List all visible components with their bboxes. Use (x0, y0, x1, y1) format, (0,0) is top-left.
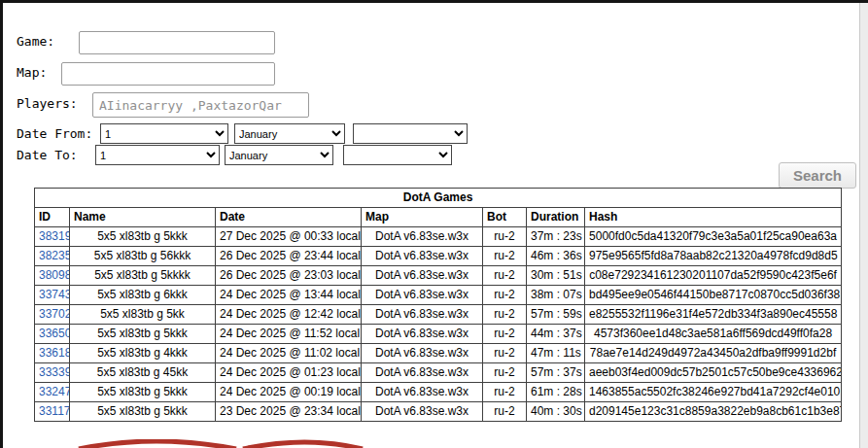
cell-date: 24 Dec 2025 @ 11:02 local (216, 344, 362, 363)
cell-duration: 47m : 11s (527, 344, 585, 363)
game-id-link[interactable]: 380983 (39, 268, 70, 282)
cell-duration: 30m : 51s (527, 266, 585, 286)
column-header-id: ID (35, 208, 70, 227)
table-row: 3333975x5 xl83tb g 45kk24 Dec 2025 @ 01:… (35, 363, 842, 383)
cell-date: 26 Dec 2025 @ 23:03 local (216, 266, 362, 286)
cell-duration: 40m : 30s (527, 402, 585, 422)
cell-map: DotA v6.83se.w3x (362, 247, 483, 266)
cell-hash: 5000fd0c5da41320f79c3e3a5a01f25ca90ea63a (585, 227, 842, 247)
cell-bot: ru-2 (483, 344, 527, 363)
map-input[interactable] (61, 62, 275, 86)
page: Game: Map: Players: Date From: 1 January… (0, 0, 868, 448)
cell-bot: ru-2 (483, 305, 527, 325)
cell-date: 24 Dec 2025 @ 01:23 local (216, 363, 362, 383)
cell-name: 5x5 xl83tb g 5kkk (70, 227, 216, 247)
date-to-day-select[interactable]: 1 (95, 145, 220, 165)
game-id-link[interactable]: 337027 (39, 307, 70, 321)
cell-name: 5x5 xl83tb g 5kkkk (70, 266, 216, 286)
cell-bot: ru-2 (483, 227, 527, 247)
cell-name: 5x5 xl83tb g 6kkk (70, 286, 216, 305)
date-to-label: Date To: (17, 148, 78, 162)
game-input[interactable] (79, 31, 275, 54)
table-title-row: DotA Games (35, 189, 842, 208)
cell-name: 5x5 xl83tb g 5kkk (70, 383, 216, 402)
column-header-name: Name (70, 208, 216, 227)
date-from-label: Date From: (17, 126, 92, 141)
game-label: Game: (17, 34, 54, 49)
cell-map: DotA v6.83se.w3x (362, 227, 483, 247)
cell-name: 5x5 xl83tb g 45kk (70, 363, 216, 383)
logo-partial (73, 439, 365, 448)
cell-hash: 1463855ac5502fc38246e927bd41a7292cf4e010 (585, 383, 842, 402)
cell-id: 331176 (35, 402, 70, 422)
game-id-link[interactable]: 383199 (39, 229, 70, 243)
game-id-link[interactable]: 336504 (39, 327, 70, 340)
table-row: 3365045x5 xl83tb g 5kkk24 Dec 2025 @ 11:… (35, 325, 842, 344)
cell-duration: 46m : 36s (527, 247, 585, 266)
table-row: 3311765x5 xl83tb g 5kkk23 Dec 2025 @ 23:… (35, 402, 842, 422)
players-input[interactable] (92, 92, 309, 118)
cell-map: DotA v6.83se.w3x (362, 344, 483, 363)
column-header-date: Date (216, 208, 362, 227)
search-button[interactable]: Search (779, 162, 856, 189)
cell-date: 23 Dec 2025 @ 23:34 local (216, 402, 362, 422)
cell-name: 5x5 xl83tb g 5kkk (70, 402, 216, 422)
cell-map: DotA v6.83se.w3x (362, 305, 483, 325)
cell-date: 24 Dec 2025 @ 12:42 local (216, 305, 362, 325)
scrollbar[interactable] (859, 3, 868, 448)
date-from-month-select[interactable]: January (234, 123, 345, 144)
column-header-bot: Bot (483, 208, 527, 227)
date-to-month-select[interactable]: January (225, 145, 333, 165)
table-row: 3370275x5 xl83tb g 5kk24 Dec 2025 @ 12:4… (35, 305, 842, 325)
cell-hash: 975e9565f5fd8a78aab82c21320a4978fcd9d8d5 (585, 247, 842, 266)
cell-hash: d209145e123c31c8859a3822eb9a8cb61c1b3e87 (585, 402, 842, 422)
cell-id: 383199 (35, 227, 70, 247)
cell-id: 333397 (35, 363, 70, 383)
cell-date: 27 Dec 2025 @ 00:33 local (216, 227, 362, 247)
cell-id: 337027 (35, 305, 70, 325)
date-from-year-select[interactable] (353, 123, 468, 144)
cell-name: 5x5 xl83tb g 56kkk (70, 247, 216, 266)
cell-date: 24 Dec 2025 @ 13:44 local (216, 286, 362, 305)
cell-duration: 44m : 37s (527, 325, 585, 344)
cell-duration: 57m : 37s (527, 363, 585, 383)
cell-date: 26 Dec 2025 @ 23:44 local (216, 247, 362, 266)
date-from-day-select[interactable]: 1 (100, 123, 228, 144)
cell-duration: 37m : 23s (527, 227, 585, 247)
cell-map: DotA v6.83se.w3x (362, 266, 483, 286)
cell-hash: bd495ee9e0546f44150be8717c0870cc5d036f38 (585, 286, 842, 305)
players-label: Players: (17, 96, 78, 111)
table-row: 3823515x5 xl83tb g 56kkk26 Dec 2025 @ 23… (35, 247, 842, 266)
game-id-link[interactable]: 337434 (39, 288, 70, 301)
game-id-link[interactable]: 336186 (39, 346, 70, 360)
cell-duration: 61m : 28s (527, 383, 585, 402)
cell-hash: aeeb03f4ed009dc57b2501c57c50be9ce4336962 (585, 363, 842, 383)
cell-id: 382351 (35, 247, 70, 266)
column-header-hash: Hash (585, 208, 842, 227)
cell-name: 5x5 xl83tb g 5kkk (70, 325, 216, 344)
cell-hash: 78ae7e14d249d4972a43450a2dfba9ff9991d2bf (585, 344, 842, 363)
cell-date: 24 Dec 2025 @ 11:52 local (216, 325, 362, 344)
cell-duration: 57m : 59s (527, 305, 585, 325)
cell-bot: ru-2 (483, 383, 527, 402)
cell-hash: c08e729234161230201107da52f9590c423f5e6f (585, 266, 842, 286)
table-row: 3809835x5 xl83tb g 5kkkk26 Dec 2025 @ 23… (35, 266, 842, 286)
table-title: DotA Games (35, 189, 842, 208)
date-to-year-select[interactable] (343, 145, 452, 165)
game-id-link[interactable]: 331176 (39, 404, 70, 418)
cell-name: 5x5 xl83tb g 4kkk (70, 344, 216, 363)
game-id-link[interactable]: 333397 (39, 365, 70, 379)
cell-hash: e8255532f1196e31f4e572db334f3a890ec45558 (585, 305, 842, 325)
cell-bot: ru-2 (483, 363, 527, 383)
cell-duration: 38m : 07s (527, 286, 585, 305)
cell-date: 24 Dec 2025 @ 00:19 local (216, 383, 362, 402)
column-header-map: Map (362, 208, 483, 227)
table-row: 3831995x5 xl83tb g 5kkk27 Dec 2025 @ 00:… (35, 227, 842, 247)
cell-name: 5x5 xl83tb g 5kk (70, 305, 216, 325)
cell-bot: ru-2 (483, 325, 527, 344)
cell-map: DotA v6.83se.w3x (362, 363, 483, 383)
game-id-link[interactable]: 332471 (39, 385, 70, 398)
games-table: DotA Games IDNameDateMapBotDurationHash … (34, 188, 842, 422)
game-id-link[interactable]: 382351 (39, 249, 70, 262)
table-row: 3374345x5 xl83tb g 6kkk24 Dec 2025 @ 13:… (35, 286, 842, 305)
